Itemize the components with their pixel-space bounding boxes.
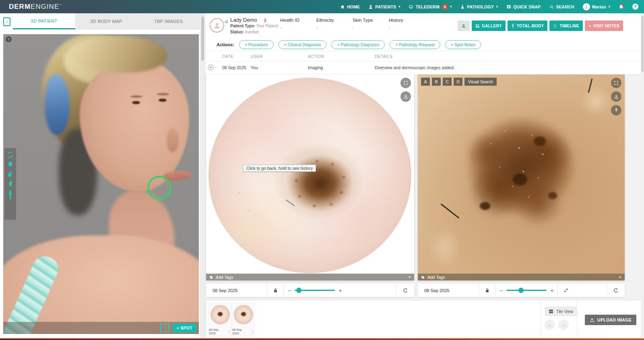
share-icon[interactable] bbox=[224, 20, 228, 24]
search-icon bbox=[549, 4, 554, 9]
add-procedure-button[interactable]: + Procedure bbox=[239, 40, 274, 49]
zoom-slider[interactable]: − + bbox=[495, 287, 557, 294]
nav-quick-snap[interactable]: QUICK SNAP bbox=[506, 4, 541, 9]
thumbnail-date: 08 Sep 2025 bbox=[232, 328, 249, 335]
visit-notes-button[interactable]: + VISIT NOTES bbox=[585, 21, 623, 31]
collapse-left-icon[interactable]: ‹ bbox=[7, 324, 10, 332]
page-scrollbar-track[interactable] bbox=[641, 13, 644, 340]
patient-fields: Health ID - Ethnicity - Skin Type - Hist… bbox=[280, 18, 414, 30]
add-spot-button[interactable]: + SPOT bbox=[173, 324, 196, 332]
actions-bar: Actions: + Procedure + Clinical Diagnosi… bbox=[206, 38, 641, 51]
zoom-slider-track[interactable] bbox=[295, 290, 335, 291]
zoom-out-icon[interactable]: − bbox=[288, 287, 291, 294]
chevron-down-icon: ▾ bbox=[450, 5, 452, 8]
image-thumbnail[interactable]: 08 Sep 2025 ⋮ bbox=[208, 303, 231, 336]
logo-bold: DERM bbox=[9, 3, 31, 11]
add-pathology-diagnosis-button[interactable]: + Pathology Diagnosis bbox=[331, 40, 385, 49]
tab-tbp-images[interactable]: TBP IMAGES bbox=[137, 13, 200, 29]
add-tags-bar[interactable]: Add Tags + bbox=[206, 274, 414, 280]
visual-search-button[interactable]: Visual Search bbox=[464, 78, 497, 86]
rotate-icon[interactable] bbox=[607, 284, 625, 297]
lock-icon[interactable] bbox=[479, 288, 495, 293]
thumbnail-image[interactable] bbox=[211, 305, 230, 324]
zoom-slider[interactable]: − + bbox=[284, 287, 346, 294]
plus-icon: + bbox=[588, 24, 591, 28]
foot-view-icon[interactable] bbox=[7, 180, 14, 187]
zoom-slider-thumb[interactable] bbox=[296, 288, 301, 293]
fit-to-screen-icon[interactable] bbox=[558, 288, 574, 293]
nav-user-menu[interactable]: Marian ▾ bbox=[583, 3, 610, 10]
chevron-down-icon: ▾ bbox=[496, 5, 498, 8]
3d-model-viewport[interactable]: ? ‹ + SPOT bbox=[3, 34, 199, 334]
download-icon[interactable] bbox=[611, 91, 621, 102]
zoom-slider-track[interactable] bbox=[506, 290, 547, 291]
rotate-3d-icon[interactable] bbox=[7, 151, 14, 158]
upload-image-button[interactable]: UPLOAD IMAGE bbox=[585, 315, 636, 325]
overview-image-card: Click to go back, hold to see history Ad… bbox=[206, 74, 414, 280]
gallery-button[interactable]: GALLERY bbox=[472, 21, 506, 31]
previous-arrow-button[interactable]: ← bbox=[545, 319, 555, 330]
add-clinical-diagnosis-button[interactable]: + Clinical Diagnosis bbox=[279, 40, 327, 49]
lesion-speckles bbox=[467, 111, 575, 218]
fullscreen-icon[interactable] bbox=[611, 78, 621, 88]
actions-label: Actions: bbox=[217, 42, 234, 47]
rotate-icon[interactable] bbox=[396, 284, 414, 297]
nav-home[interactable]: HOME bbox=[340, 4, 360, 9]
body-view-icon[interactable] bbox=[7, 190, 13, 200]
pin-icon[interactable] bbox=[611, 105, 621, 115]
zoom-in-icon[interactable]: + bbox=[550, 287, 553, 294]
page-scrollbar-thumb[interactable] bbox=[641, 16, 644, 72]
divider bbox=[577, 300, 577, 338]
viewer-help-icon[interactable]: ? bbox=[6, 36, 12, 42]
patient-profile-button[interactable] bbox=[458, 21, 470, 31]
compare-a-button[interactable]: A bbox=[421, 78, 430, 86]
thumbnail-image[interactable] bbox=[234, 305, 253, 324]
add-tags-bar[interactable]: Add Tags + bbox=[418, 274, 625, 280]
total-body-button[interactable]: TOTAL-BODY bbox=[508, 21, 548, 31]
panel-scrollbar-track[interactable] bbox=[200, 13, 206, 340]
nav-telederm[interactable]: TELEDERM 9 ▾ bbox=[409, 4, 452, 9]
tag-icon bbox=[209, 275, 213, 279]
head-view-icon[interactable] bbox=[7, 161, 14, 168]
patient-avatar[interactable] bbox=[210, 18, 224, 33]
table-row[interactable]: 08 Sep 2025 You Imaging Overview and der… bbox=[206, 62, 641, 70]
fullscreen-icon[interactable] bbox=[160, 324, 169, 332]
patient-header-buttons: GALLERY TOTAL-BODY TIMELINE + VISIT NOTE… bbox=[458, 21, 623, 31]
tab-3d-body-map[interactable]: 3D BODY MAP bbox=[75, 13, 138, 29]
lock-icon[interactable] bbox=[267, 288, 283, 293]
next-arrow-button[interactable]: → bbox=[558, 319, 569, 330]
compare-d-button[interactable]: D bbox=[454, 78, 462, 86]
add-spot-notes-button[interactable]: + Spot Notes bbox=[445, 40, 481, 49]
app-logo[interactable]: DERM ENGINE ™ bbox=[9, 3, 62, 11]
add-pathology-request-button[interactable]: + Pathology Request bbox=[390, 40, 440, 49]
help-button[interactable]: ? bbox=[632, 4, 638, 10]
nav-search[interactable]: SEARCH bbox=[549, 4, 574, 9]
notifications-button[interactable] bbox=[619, 4, 624, 9]
tab-3d-patient[interactable]: 3D PATIENT bbox=[13, 13, 75, 29]
panel-toggle-icon[interactable]: › bbox=[3, 17, 10, 26]
timeline-node-icon[interactable] bbox=[208, 64, 214, 70]
field-history: History - bbox=[389, 18, 414, 30]
image-thumbnail[interactable]: 08 Sep 2025 ⋮ bbox=[232, 303, 255, 336]
nav-patients[interactable]: PATIENTS ▾ bbox=[368, 4, 400, 9]
fullscreen-icon[interactable] bbox=[400, 78, 411, 88]
zoom-slider-thumb[interactable] bbox=[518, 288, 524, 293]
zoom-out-icon[interactable]: − bbox=[500, 287, 503, 294]
field-skin-type: Skin Type - bbox=[353, 18, 378, 30]
dermengine-app: DERM ENGINE ™ HOME PATIENTS ▾ TELEDERM 9… bbox=[0, 0, 644, 340]
tile-view-button[interactable]: Tile View bbox=[545, 307, 577, 316]
nav-pathology[interactable]: PATHOLOGY ▾ bbox=[460, 4, 498, 9]
spot-marker-ring[interactable] bbox=[147, 176, 171, 200]
zoom-in-icon[interactable]: + bbox=[339, 287, 342, 294]
compare-b-button[interactable]: B bbox=[432, 78, 441, 86]
more-options-icon[interactable]: ⋮ bbox=[227, 330, 231, 334]
more-options-icon[interactable]: ⋮ bbox=[251, 330, 254, 334]
compare-c-button[interactable]: C bbox=[443, 78, 452, 86]
add-tag-plus-icon[interactable]: + bbox=[619, 274, 621, 280]
timeline-button[interactable]: TIMELINE bbox=[549, 21, 583, 31]
hand-view-icon[interactable] bbox=[7, 171, 14, 177]
user-avatar bbox=[583, 3, 590, 10]
download-icon[interactable] bbox=[400, 91, 411, 102]
panel-scrollbar-thumb[interactable] bbox=[201, 16, 204, 61]
add-tag-plus-icon[interactable]: + bbox=[408, 274, 411, 280]
